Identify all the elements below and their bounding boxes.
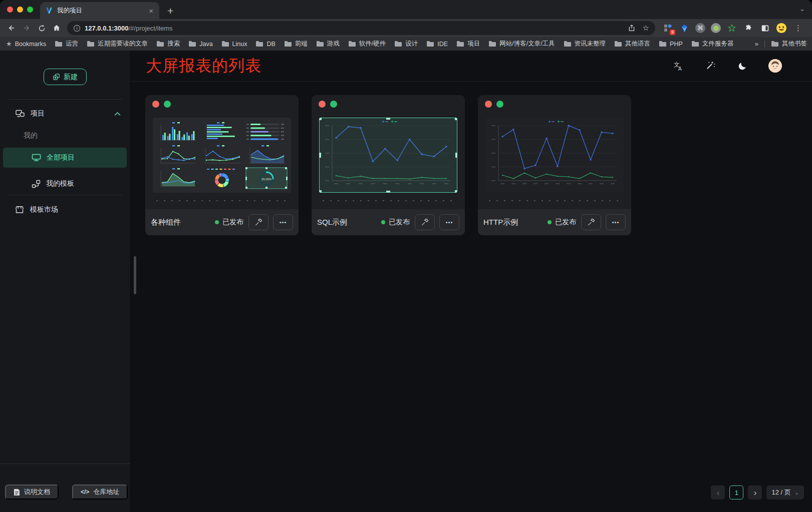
project-card-list: 25.00% 各种组件 已发布 •••: [145, 95, 631, 235]
mini-chart: [201, 144, 243, 166]
bookmark-folder[interactable]: 软件/硬件: [348, 40, 386, 48]
status-dot: [548, 220, 552, 224]
bookmark-folder[interactable]: 网站/博客/文章/工具: [488, 40, 555, 48]
project-thumbnail[interactable]: 25.00%: [153, 118, 291, 193]
language-toggle-button[interactable]: 文A: [672, 60, 684, 72]
bookmark-folder[interactable]: 资讯未整理: [564, 40, 606, 48]
bookmark-folder[interactable]: Linux: [221, 41, 247, 48]
mini-chart: [156, 144, 198, 166]
mini-chart: [156, 167, 198, 189]
red-dot: [152, 101, 159, 108]
other-bookmarks-folder[interactable]: 其他书签: [771, 40, 807, 48]
sidebar-item-all-projects[interactable]: 全部项目: [3, 148, 127, 168]
folder-icon: [348, 41, 356, 47]
current-page-button[interactable]: 1: [729, 485, 743, 499]
bookmark-folder[interactable]: 游戏: [316, 40, 340, 48]
tab-close-icon[interactable]: ×: [148, 7, 154, 15]
bookmark-star-icon[interactable]: ☆: [643, 24, 649, 33]
extension-gem-icon[interactable]: [679, 23, 690, 34]
goview-app: 新建 项目 我的 全部项目: [0, 51, 812, 512]
extension-badge: 9: [670, 30, 675, 35]
home-button[interactable]: [49, 21, 64, 36]
scrollbar-thumb[interactable]: [134, 256, 136, 294]
chevron-up-icon[interactable]: [114, 112, 121, 116]
browser-tab[interactable]: 我的项目 ×: [40, 2, 159, 19]
magic-wand-button[interactable]: [704, 60, 716, 72]
back-button[interactable]: [4, 21, 19, 36]
project-thumbnail[interactable]: [319, 118, 457, 193]
bookmarks-overflow-chevron[interactable]: »: [755, 40, 758, 48]
zoom-window-button[interactable]: [27, 7, 33, 13]
prev-page-button[interactable]: ‹: [711, 485, 725, 499]
user-avatar[interactable]: [768, 59, 782, 73]
green-dot: [164, 101, 171, 108]
extension-command-icon[interactable]: ⌘: [695, 23, 705, 33]
hammer-icon: [420, 218, 429, 227]
folder-icon: [221, 41, 229, 47]
url-text: 127.0.0.1:3000/#/project/items: [85, 25, 173, 32]
side-panel-icon[interactable]: [759, 23, 770, 34]
bookmarks-root[interactable]: ★Bookmarks: [6, 40, 46, 48]
browser-menu-icon[interactable]: ⋮: [792, 24, 804, 33]
green-dot: [496, 101, 503, 108]
card-window-dots: [485, 101, 503, 108]
project-thumbnail[interactable]: [485, 118, 624, 193]
bookmark-folder[interactable]: 前端: [284, 40, 308, 48]
card-footer: SQL示例 已发布 •••: [312, 209, 465, 235]
more-actions-button[interactable]: •••: [273, 214, 293, 230]
bookmark-folder[interactable]: 运营: [55, 40, 78, 48]
forward-button[interactable]: [19, 21, 34, 36]
page-size-select[interactable]: 12 / 页⌄: [766, 485, 804, 499]
mini-chart: [245, 121, 288, 143]
folder-icon: [255, 41, 263, 47]
edit-project-button[interactable]: [415, 214, 435, 230]
close-window-button[interactable]: [7, 7, 13, 13]
bookmark-folder[interactable]: 其他语言: [614, 40, 650, 48]
bookmark-folder[interactable]: DB: [255, 41, 275, 48]
mini-chart: 25.00%: [245, 167, 288, 189]
svg-text:A: A: [678, 66, 682, 72]
bookmark-folder[interactable]: 文件服务器: [691, 40, 734, 48]
dark-mode-toggle[interactable]: [736, 60, 748, 72]
sidebar-section-project[interactable]: 项目: [0, 103, 130, 124]
sidebar: 新建 项目 我的 全部项目: [0, 51, 130, 512]
project-card[interactable]: 25.00% 各种组件 已发布 •••: [145, 95, 299, 235]
more-actions-button[interactable]: •••: [439, 214, 459, 230]
next-page-button[interactable]: ›: [748, 485, 762, 499]
project-card[interactable]: HTTP示例 已发布 •••: [478, 95, 631, 235]
share-icon[interactable]: [628, 24, 636, 32]
extension-star-icon[interactable]: [726, 23, 737, 34]
extension-circle-icon[interactable]: [711, 23, 721, 33]
bookmark-folder[interactable]: 设计: [394, 40, 418, 48]
new-project-button[interactable]: 新建: [44, 69, 87, 85]
sidebar-item-template-market[interactable]: 模板市场: [0, 199, 130, 220]
edit-project-button[interactable]: [581, 214, 601, 230]
screens-icon: [16, 110, 25, 118]
mini-chart: [156, 121, 198, 143]
reload-button[interactable]: [34, 21, 49, 36]
profile-avatar[interactable]: [776, 23, 787, 34]
extension-grid-icon[interactable]: 9: [662, 23, 673, 34]
storefront-icon: [15, 206, 24, 214]
folder-icon: [394, 41, 402, 47]
bookmark-folder[interactable]: 搜索: [156, 40, 180, 48]
minimize-window-button[interactable]: [17, 7, 23, 13]
project-card[interactable]: SQL示例 已发布 •••: [312, 95, 465, 235]
tab-search-chevron-icon[interactable]: ⌄: [799, 5, 805, 13]
extensions-puzzle-icon[interactable]: [743, 23, 754, 34]
template-flow-icon: [32, 180, 41, 188]
sidebar-item-my-templates[interactable]: 我的模板: [3, 174, 127, 194]
bookmark-folder[interactable]: Java: [188, 41, 212, 48]
bookmark-folder[interactable]: 项目: [456, 40, 480, 48]
new-tab-button[interactable]: +: [167, 6, 173, 16]
more-actions-button[interactable]: •••: [606, 214, 626, 230]
folder-icon: [771, 41, 779, 47]
address-bar[interactable]: 127.0.0.1:3000/#/project/items ☆: [67, 21, 655, 35]
site-info-icon[interactable]: [73, 25, 81, 32]
bookmark-folder[interactable]: PHP: [659, 41, 683, 48]
docs-button[interactable]: 说明文档: [5, 484, 59, 499]
repo-button[interactable]: </> 仓库地址: [72, 484, 128, 499]
edit-project-button[interactable]: [248, 214, 268, 230]
bookmark-folder[interactable]: 近期需要读的文章: [87, 40, 148, 48]
bookmark-folder[interactable]: IDE: [426, 41, 448, 48]
